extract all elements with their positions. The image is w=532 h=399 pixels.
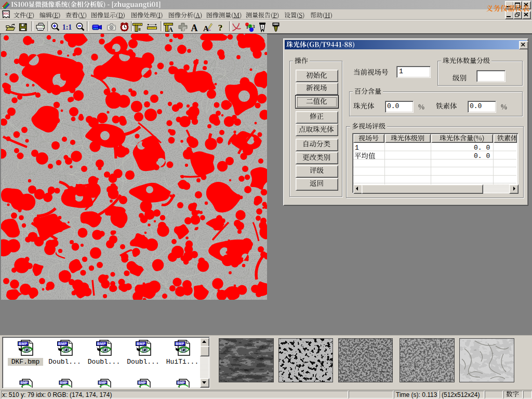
svg-text:1:1: 1:1 [62, 23, 72, 31]
svg-text:?: ? [218, 23, 223, 33]
svg-text:BMP: BMP [58, 342, 66, 345]
svg-text:1: 1 [246, 24, 249, 30]
svg-text:BMP: BMP [138, 381, 146, 384]
svg-text:BMP: BMP [60, 381, 68, 384]
svg-text:BMP: BMP [20, 381, 28, 384]
svg-text:BMP: BMP [97, 342, 106, 345]
svg-text:BMP: BMP [99, 381, 107, 384]
svg-text:2: 2 [249, 24, 251, 29]
svg-text:BMP: BMP [19, 342, 28, 345]
svg-text:A: A [168, 26, 173, 33]
svg-text:BMP: BMP [177, 381, 185, 384]
svg-text:3: 3 [252, 24, 255, 29]
svg-text:DOC: DOC [3, 12, 9, 15]
svg-text:BMP: BMP [176, 342, 184, 345]
svg-text:A: A [191, 23, 198, 33]
svg-text:BMP: BMP [136, 342, 145, 345]
